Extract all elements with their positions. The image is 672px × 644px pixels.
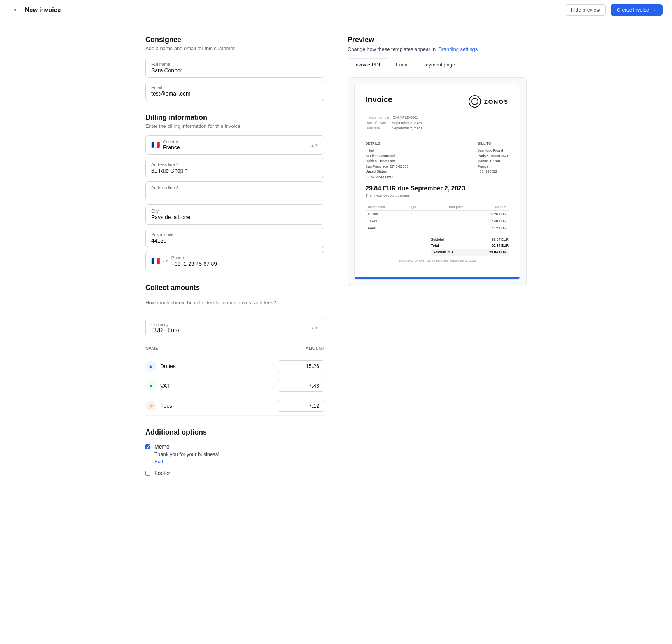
phone-flag-selector[interactable]: 🇫🇷 ▲▼ bbox=[151, 257, 168, 265]
preview-tabs: Invoice PDF Email Payment page bbox=[348, 58, 527, 71]
invoice-logo: ZONOS bbox=[469, 95, 509, 108]
col-name-header: NAME bbox=[145, 346, 158, 351]
page-title: New invoice bbox=[25, 7, 61, 14]
invoice-meta: Invoice number EXAMPLE-0001 Date of issu… bbox=[366, 115, 509, 130]
tab-payment-page[interactable]: Payment page bbox=[416, 58, 462, 71]
additional-section: Additional options Memo Thank you for yo… bbox=[145, 428, 324, 476]
email-label: Email bbox=[151, 85, 318, 90]
bill-to-heading: Bill To bbox=[478, 141, 509, 145]
collect-section: Collect amounts How much should be colle… bbox=[145, 284, 324, 416]
meta-number-value: EXAMPLE-0001 bbox=[393, 115, 418, 119]
row-desc: Duties bbox=[366, 211, 409, 218]
phone-flag-icon: 🇫🇷 bbox=[151, 257, 160, 265]
postal-label: Postal code bbox=[151, 232, 318, 237]
row-desc: Taxes bbox=[366, 218, 409, 225]
currency-inner: Currency EUR - Euro bbox=[151, 322, 311, 333]
amount-due-heading: 29.84 EUR due September 2, 2023 bbox=[366, 185, 509, 192]
footer-label: Footer bbox=[154, 470, 170, 476]
duties-input[interactable] bbox=[283, 363, 319, 369]
row-qty: 1 bbox=[409, 218, 428, 225]
row-amount: 7.12 EUR bbox=[466, 225, 509, 232]
meta-due-row: Date due September 2, 2023 bbox=[366, 126, 509, 130]
col-amount-header: AMOUNT bbox=[306, 346, 324, 351]
memo-checkbox[interactable] bbox=[145, 444, 150, 449]
total-row: Total 29.84 EUR bbox=[431, 243, 509, 249]
subtotal-value: 29.84 EUR bbox=[492, 237, 509, 241]
duties-left: ▲ Duties bbox=[145, 361, 176, 372]
vat-icon: = bbox=[145, 380, 156, 391]
billing-desc: Enter the billing information for this i… bbox=[145, 123, 324, 129]
app-header: × New invoice Hide preview Create invoic… bbox=[0, 0, 672, 20]
row-unit bbox=[428, 225, 466, 232]
subtotal-label: Subtotal bbox=[431, 237, 444, 241]
table-row-duties: Duties 1 15.26 EUR bbox=[366, 211, 509, 218]
invoice-title: Invoice bbox=[366, 95, 392, 104]
memo-row: Memo Thank you for your business! Edit bbox=[145, 443, 324, 464]
postal-field: Postal code bbox=[145, 228, 324, 248]
memo-label: Memo bbox=[154, 443, 219, 450]
fees-label: Fees bbox=[160, 403, 172, 409]
from-details: Details Initial StarfleetCommand Golden … bbox=[366, 141, 409, 180]
email-input[interactable] bbox=[151, 91, 318, 97]
billing-fields: 🇫🇷 Country France ▲▼ Address line 1 Ad bbox=[145, 135, 324, 271]
preview-column: Preview Change how these templates appea… bbox=[348, 36, 527, 476]
hide-preview-button[interactable]: Hide preview bbox=[565, 4, 606, 16]
country-arrows[interactable]: ▲▼ bbox=[311, 143, 318, 147]
footer-checkbox[interactable] bbox=[145, 471, 150, 476]
subtotal-row: Subtotal 29.84 EUR bbox=[431, 236, 509, 243]
phone-input[interactable] bbox=[172, 261, 318, 267]
postal-input[interactable] bbox=[151, 237, 318, 244]
fees-input-wrap bbox=[278, 400, 324, 412]
full-name-input[interactable] bbox=[151, 67, 318, 73]
duties-row: ▲ Duties bbox=[145, 356, 324, 376]
phone-content: Phone bbox=[172, 255, 318, 267]
logo-text: ZONOS bbox=[484, 98, 509, 105]
country-select[interactable]: 🇫🇷 Country France ▲▼ bbox=[145, 135, 324, 155]
col-amount: Amount bbox=[466, 204, 509, 211]
row-amount: 15.26 EUR bbox=[466, 211, 509, 218]
tab-invoice-pdf[interactable]: Invoice PDF bbox=[348, 58, 388, 71]
preview-header: Preview Change how these templates appea… bbox=[348, 36, 527, 52]
address1-input[interactable] bbox=[151, 168, 318, 174]
logo-inner bbox=[471, 98, 478, 105]
invoice-document: Invoice ZONOS Invoice number EXAMPLE-000… bbox=[354, 84, 520, 280]
header-right: Hide preview Create invoice → bbox=[565, 4, 663, 16]
amount-due-label: Amount due bbox=[433, 250, 454, 254]
row-qty: 1 bbox=[409, 225, 428, 232]
billing-section: Billing information Enter the billing in… bbox=[145, 113, 324, 271]
billing-title: Billing information bbox=[145, 113, 324, 122]
close-button[interactable]: × bbox=[9, 5, 20, 16]
row-amount: 7.48 EUR bbox=[466, 218, 509, 225]
row-desc: Fees bbox=[366, 225, 409, 232]
create-invoice-button[interactable]: Create invoice → bbox=[611, 4, 663, 16]
phone-arrows[interactable]: ▲▼ bbox=[161, 259, 168, 263]
tab-email[interactable]: Email bbox=[389, 58, 415, 71]
meta-number-label: Invoice number bbox=[366, 115, 390, 119]
fees-input[interactable] bbox=[283, 403, 319, 409]
vat-input[interactable] bbox=[283, 383, 319, 389]
city-field: City bbox=[145, 204, 324, 225]
city-input[interactable] bbox=[151, 214, 318, 220]
invoice-header-row: Invoice ZONOS bbox=[366, 95, 509, 108]
branding-link[interactable]: Branding settings bbox=[439, 46, 478, 52]
invoice-preview-wrap: Invoice ZONOS Invoice number EXAMPLE-000… bbox=[348, 77, 527, 286]
collect-title: Collect amounts bbox=[145, 284, 324, 292]
row-unit bbox=[428, 218, 466, 225]
city-label: City bbox=[151, 209, 318, 213]
address2-input[interactable] bbox=[151, 191, 318, 197]
invoice-details-row: Details Initial StarfleetCommand Golden … bbox=[366, 141, 509, 180]
vat-left: = VAT bbox=[145, 380, 170, 391]
address2-label: Address line 2 bbox=[151, 185, 318, 190]
meta-issue-label: Date of issue bbox=[366, 121, 389, 125]
currency-select[interactable]: Currency EUR - Euro ▲▼ bbox=[145, 318, 324, 337]
meta-issue-value: September 2, 2023 bbox=[392, 121, 422, 125]
amount-due-value: 29.84 EUR bbox=[489, 250, 506, 254]
total-value: 29.84 EUR bbox=[492, 244, 509, 248]
row-unit bbox=[428, 211, 466, 218]
vat-row: = VAT bbox=[145, 376, 324, 396]
col-qty: Qty bbox=[409, 204, 428, 211]
memo-edit-link[interactable]: Edit bbox=[154, 459, 219, 464]
consignee-section: Consignee Add a name and email for this … bbox=[145, 36, 324, 101]
currency-arrows[interactable]: ▲▼ bbox=[311, 326, 318, 330]
invoice-totals: Subtotal 29.84 EUR Total 29.84 EUR Amoun… bbox=[431, 236, 509, 256]
